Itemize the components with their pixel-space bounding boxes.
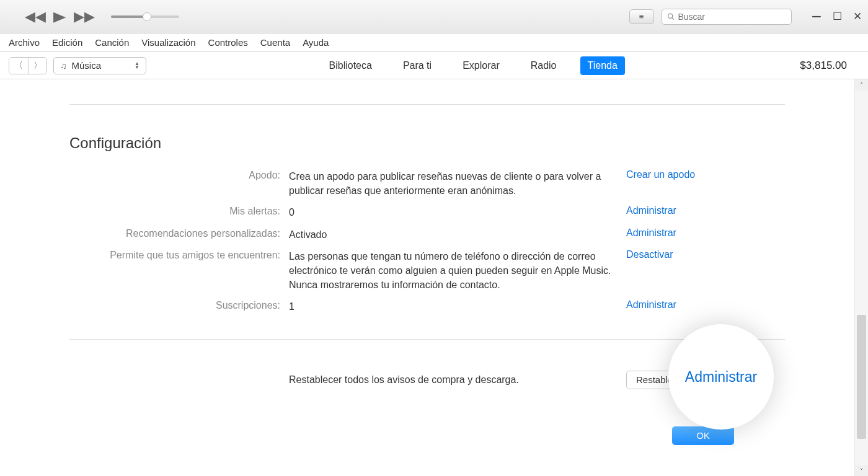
tab-radio[interactable]: Radio [523, 56, 564, 75]
scroll-thumb[interactable] [857, 315, 866, 439]
forward-icon[interactable]: ▶▶ [74, 9, 95, 25]
value-alertas: 0 [289, 205, 618, 219]
menu-cuenta[interactable]: Cuenta [260, 37, 290, 48]
rewind-icon[interactable]: ◀◀ [25, 9, 46, 25]
tab-explorar[interactable]: Explorar [455, 56, 507, 75]
svg-point-0 [668, 14, 672, 18]
value-suscripciones: 1 [289, 299, 618, 314]
magnified-bubble: Administrar [668, 324, 774, 430]
action-crear-apodo[interactable]: Crear un apodo [626, 169, 785, 198]
library-select-label: Música [72, 60, 130, 71]
label-amigos: Permite que tus amigos te encuentren: [69, 249, 280, 293]
music-icon: ♫ [60, 61, 67, 71]
tab-biblioteca[interactable]: Biblioteca [322, 56, 379, 75]
value-amigos: Las personas que tengan tu número de tel… [289, 249, 618, 293]
menu-visualizacion[interactable]: Visualización [141, 37, 195, 48]
queue-button[interactable]: ≡ [629, 9, 654, 24]
content-area: Configuración Apodo: Crea un apodo para … [0, 79, 854, 476]
settings-grid: Apodo: Crea un apodo para publicar reseñ… [69, 169, 785, 314]
chevron-updown-icon: ▲▼ [135, 62, 140, 69]
label-apodo: Apodo: [69, 169, 280, 198]
back-button[interactable]: 〈 [9, 58, 28, 74]
search-box[interactable] [662, 9, 792, 25]
menu-controles[interactable]: Controles [208, 37, 248, 48]
forward-button[interactable]: 〉 [28, 58, 46, 74]
play-icon[interactable]: ▶ [53, 9, 66, 25]
menubar: Archivo Edición Canción Visualización Co… [0, 33, 868, 52]
tab-para-ti[interactable]: Para ti [396, 56, 439, 75]
divider [69, 104, 785, 105]
section-title: Configuración [69, 134, 785, 152]
menu-archivo[interactable]: Archivo [9, 37, 40, 48]
scrollbar[interactable]: ˄ ˅ [854, 79, 868, 476]
play-controls: ◀◀ ▶ ▶▶ [6, 9, 95, 25]
tab-tienda[interactable]: Tienda [580, 56, 625, 75]
navrow: 〈 〉 ♫ Música ▲▼ Biblioteca Para ti Explo… [0, 52, 868, 79]
action-suscripciones[interactable]: Administrar [626, 299, 785, 314]
menu-cancion[interactable]: Canción [95, 37, 129, 48]
bubble-action-administrar[interactable]: Administrar [685, 369, 757, 386]
menu-edicion[interactable]: Edición [52, 37, 82, 48]
label-suscripciones: Suscripciones: [69, 299, 280, 314]
account-balance: $3,815.00 [800, 60, 859, 72]
library-select[interactable]: ♫ Música ▲▼ [53, 57, 146, 74]
titlebar: ◀◀ ▶ ▶▶ ≡ − ☐ ✕ [0, 0, 868, 33]
action-recomendaciones[interactable]: Administrar [626, 227, 785, 242]
scroll-up-icon[interactable]: ˄ [855, 79, 868, 90]
value-recomendaciones: Activado [289, 227, 618, 242]
action-alertas[interactable]: Administrar [626, 205, 785, 219]
label-alertas: Mis alertas: [69, 205, 280, 219]
svg-line-1 [672, 18, 674, 20]
minimize-icon[interactable]: − [812, 13, 822, 20]
nav-arrows: 〈 〉 [9, 57, 47, 74]
maximize-icon[interactable]: ☐ [833, 10, 842, 23]
divider [69, 339, 785, 340]
value-apodo: Crea un apodo para publicar reseñas nuev… [289, 169, 618, 198]
action-amigos[interactable]: Desactivar [626, 249, 785, 293]
label-recomendaciones: Recomendaciones personalizadas: [69, 227, 280, 242]
search-icon [667, 12, 675, 20]
search-input[interactable] [678, 12, 786, 22]
scroll-down-icon[interactable]: ˅ [855, 465, 868, 476]
tabs: Biblioteca Para ti Explorar Radio Tienda [146, 56, 800, 75]
close-icon[interactable]: ✕ [853, 10, 862, 23]
reset-text: Restablecer todos los avisos de compra y… [289, 374, 618, 386]
volume-slider[interactable] [107, 15, 183, 18]
menu-ayuda[interactable]: Ayuda [303, 37, 329, 48]
